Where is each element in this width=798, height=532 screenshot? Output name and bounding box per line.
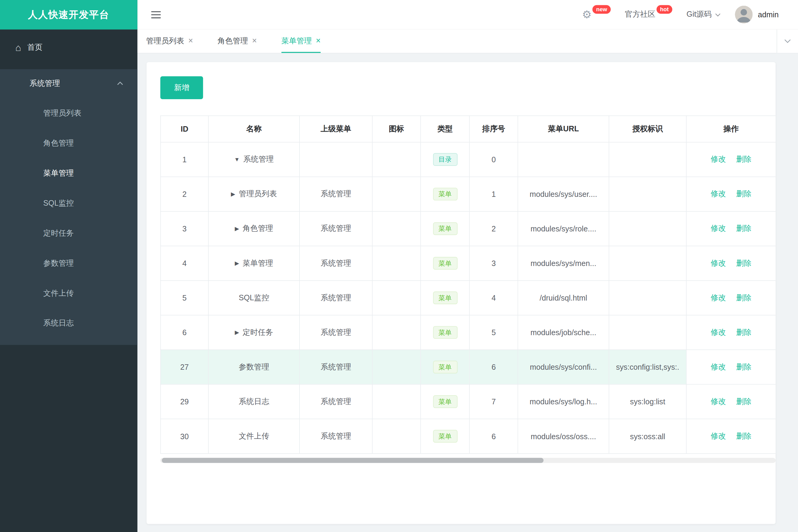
sidebar-item[interactable]: SQL监控 <box>0 188 137 218</box>
sidebar-item-label: 系统日志 <box>43 319 74 327</box>
tab[interactable]: 角色管理 × <box>218 30 257 53</box>
edit-link[interactable]: 修改 <box>711 431 726 440</box>
delete-link[interactable]: 删除 <box>736 293 751 302</box>
add-button[interactable]: 新增 <box>160 76 203 99</box>
menu-toggle-button[interactable] <box>151 11 161 18</box>
sidebar-item-label: 文件上传 <box>43 288 74 297</box>
expand-arrow-icon[interactable]: ▼ <box>234 157 240 162</box>
hot-badge: hot <box>656 5 672 14</box>
scrollbar-thumb[interactable] <box>162 458 543 463</box>
table-row[interactable]: 29 系统日志 系统管理 菜单 7 modules/sys/log.h... s… <box>161 384 776 419</box>
table-row[interactable]: 30 文件上传 系统管理 菜单 6 modules/oss/oss.... sy… <box>161 419 776 453</box>
cell-url: modules/sys/confi... <box>518 350 609 384</box>
tab[interactable]: 管理员列表 × <box>146 30 193 53</box>
chevron-down-icon <box>784 39 791 43</box>
sidebar-item[interactable]: 菜单管理 <box>0 158 137 188</box>
git-source-dropdown[interactable]: Git源码 <box>687 10 721 19</box>
app-title: 人人快速开发平台 <box>0 0 137 30</box>
cell-perm <box>609 281 686 315</box>
cell-actions: 修改 删除 <box>686 384 776 419</box>
expand-arrow-icon[interactable]: ▶ <box>231 191 235 197</box>
tab[interactable]: 菜单管理 × <box>281 30 321 53</box>
sidebar-item[interactable]: 文件上传 <box>0 278 137 308</box>
sidebar-item-home[interactable]: ⌂ 首页 <box>0 33 137 62</box>
sidebar-item-label: 参数管理 <box>43 259 74 267</box>
sidebar-group-label: 系统管理 <box>30 79 60 88</box>
cell-name-text: 参数管理 <box>239 362 270 372</box>
edit-link[interactable]: 修改 <box>711 155 726 164</box>
expand-arrow-icon[interactable]: ▶ <box>235 261 239 266</box>
sidebar-item[interactable]: 系统日志 <box>0 308 137 338</box>
tab-close-icon[interactable]: × <box>188 37 193 45</box>
expand-arrow-icon[interactable]: ▶ <box>235 226 239 231</box>
cell-type: 菜单 <box>421 211 469 246</box>
horizontal-scrollbar[interactable] <box>160 458 776 463</box>
edit-link[interactable]: 修改 <box>711 362 726 371</box>
gear-icon: ⚙ <box>582 9 592 20</box>
tab-close-icon[interactable]: × <box>316 37 321 45</box>
table-row[interactable]: 3 ▶ 角色管理 系统管理 菜单 2 modules/sys/role.... … <box>161 211 776 246</box>
table-row[interactable]: 1 ▼ 系统管理 目录 0 修改 删除 <box>161 142 776 177</box>
sidebar-item-label: SQL监控 <box>43 198 74 207</box>
cell-type: 菜单 <box>421 246 469 281</box>
sidebar-group-toggle[interactable]: 系统管理 <box>0 71 137 96</box>
table-row[interactable]: 5 SQL监控 系统管理 菜单 4 /druid/sql.html 修改 删除 <box>161 281 776 315</box>
edit-link[interactable]: 修改 <box>711 397 726 405</box>
sidebar-item[interactable]: 角色管理 <box>0 128 137 158</box>
sidebar-item[interactable]: 管理员列表 <box>0 98 137 128</box>
menu-table-grid: ID 名称 上级菜单 图标 类型 排序号 菜单URL 授权标识 操作 1 <box>160 116 776 454</box>
delete-link[interactable]: 删除 <box>736 431 751 440</box>
cell-parent: 系统管理 <box>299 177 372 211</box>
cell-url: modules/sys/user.... <box>518 177 609 211</box>
delete-link[interactable]: 删除 <box>736 155 751 164</box>
cell-type: 菜单 <box>421 177 469 211</box>
delete-link[interactable]: 删除 <box>736 362 751 371</box>
cell-perm <box>609 315 686 350</box>
cell-order: 6 <box>469 419 518 453</box>
sidebar-item[interactable]: 参数管理 <box>0 248 137 278</box>
cell-actions: 修改 删除 <box>686 177 776 211</box>
user-menu[interactable]: admin <box>735 5 779 23</box>
delete-link[interactable]: 删除 <box>736 224 751 233</box>
community-label: 官方社区 <box>625 10 655 19</box>
table-row[interactable]: 6 ▶ 定时任务 系统管理 菜单 5 modules/job/sche... 修… <box>161 315 776 350</box>
table-row[interactable]: 2 ▶ 管理员列表 系统管理 菜单 1 modules/sys/user....… <box>161 177 776 211</box>
community-link[interactable]: 官方社区 hot <box>625 10 672 19</box>
table-row[interactable]: 27 参数管理 系统管理 菜单 6 modules/sys/confi... s… <box>161 350 776 384</box>
tabs-dropdown-button[interactable] <box>777 30 798 53</box>
delete-link[interactable]: 删除 <box>736 397 751 405</box>
cell-id: 4 <box>161 246 208 281</box>
type-badge: 菜单 <box>433 395 458 408</box>
cell-actions: 修改 删除 <box>686 281 776 315</box>
cell-name: SQL监控 <box>208 281 299 315</box>
table-row[interactable]: 4 ▶ 菜单管理 系统管理 菜单 3 modules/sys/men... 修改… <box>161 246 776 281</box>
cell-url: /druid/sql.html <box>518 281 609 315</box>
cell-name-text: SQL监控 <box>239 293 270 303</box>
tab-close-icon[interactable]: × <box>252 37 257 45</box>
delete-link[interactable]: 删除 <box>736 259 751 267</box>
cell-id: 27 <box>161 350 208 384</box>
topbar-right: ⚙ new 官方社区 hot Git源码 <box>582 5 779 23</box>
delete-link[interactable]: 删除 <box>736 327 751 336</box>
cell-parent: 系统管理 <box>299 350 372 384</box>
cell-url: modules/sys/log.h... <box>518 384 609 419</box>
column-header-icon: 图标 <box>372 116 421 142</box>
type-badge: 菜单 <box>433 257 458 270</box>
edit-link[interactable]: 修改 <box>711 189 726 198</box>
edit-link[interactable]: 修改 <box>711 293 726 302</box>
cell-order: 2 <box>469 211 518 246</box>
cell-parent: 系统管理 <box>299 384 372 419</box>
edit-link[interactable]: 修改 <box>711 259 726 267</box>
edit-link[interactable]: 修改 <box>711 224 726 233</box>
app-root: 人人快速开发平台 ⌂ 首页 系统管理 管理员列表 角色管理 菜单管理 SQL监控… <box>0 0 798 532</box>
sidebar-item[interactable]: 定时任务 <box>0 218 137 248</box>
menu-management-panel: 新增 ID 名称 上级菜单 图标 类型 <box>147 62 776 524</box>
cell-url: modules/oss/oss.... <box>518 419 609 453</box>
delete-link[interactable]: 删除 <box>736 189 751 198</box>
expand-arrow-icon[interactable]: ▶ <box>235 330 239 335</box>
settings-button[interactable]: ⚙ new <box>582 9 611 20</box>
cell-order: 6 <box>469 350 518 384</box>
git-label: Git源码 <box>687 10 711 19</box>
edit-link[interactable]: 修改 <box>711 327 726 336</box>
cell-name: 文件上传 <box>208 419 299 453</box>
